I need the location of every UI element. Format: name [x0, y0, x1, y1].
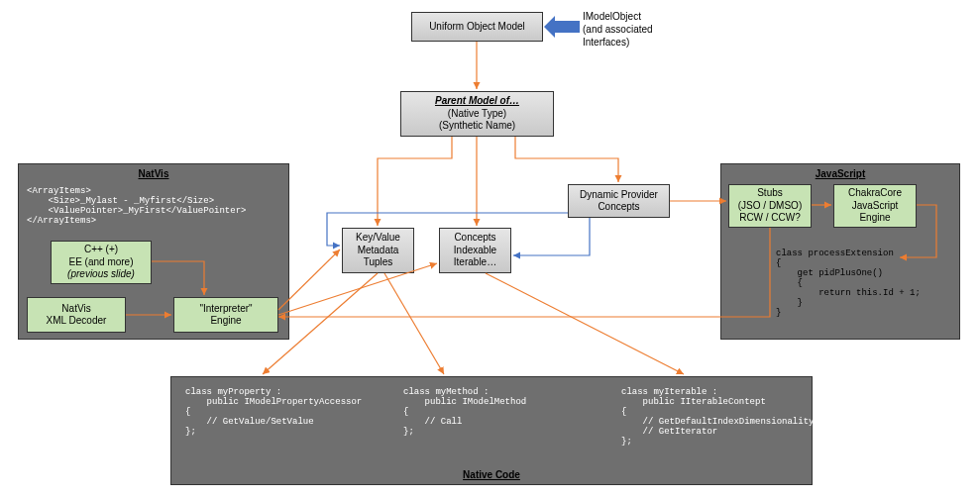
l1: Stubs: [757, 187, 783, 200]
dynamic-provider-box: Dynamic Provider Concepts: [568, 184, 670, 218]
native-code-panel: Native Code class myProperty : public IM…: [170, 376, 813, 485]
uniform-object-model-box: Uniform Object Model: [411, 12, 543, 42]
parent-model-box: Parent Model of… (Native Type) (Syntheti…: [400, 91, 554, 137]
l1: (Native Type): [448, 108, 506, 121]
l3: RCW / CCW?: [739, 212, 801, 225]
l1: Key/Value: [356, 232, 400, 245]
l2: XML Decoder: [47, 315, 107, 328]
l1: Concepts: [454, 232, 495, 245]
native-title: Native Code: [171, 469, 812, 480]
label: Uniform Object Model: [429, 21, 525, 34]
l1: Dynamic Provider: [580, 189, 658, 202]
l3: Iterable…: [454, 256, 496, 269]
js-title: JavaScript: [721, 168, 959, 179]
l2: EE (and more): [68, 256, 133, 269]
l2: Metadata: [358, 245, 399, 257]
l1: ChakraCore: [848, 187, 902, 200]
concepts-box: Concepts Indexable Iterable…: [439, 228, 511, 273]
native-method-code: class myMethod : public IModelMethod { /…: [403, 387, 526, 437]
chakracore-box: ChakraCore JavaScript Engine: [833, 184, 917, 228]
l3: Interfaces): [583, 36, 653, 49]
key-value-box: Key/Value Metadata Tuples: [342, 228, 414, 273]
natvis-title: NatVis: [19, 168, 288, 179]
natvis-xml-code: <ArrayItems> <Size>_Mylast - _Myfirst</S…: [27, 186, 246, 226]
svg-line-8: [384, 273, 444, 374]
l3: (previous slide): [67, 268, 135, 281]
l2: (and associated: [583, 23, 653, 36]
cpp-ee-box: C++ (+) EE (and more) (previous slide): [51, 241, 152, 284]
natvis-xml-decoder-box: NatVis XML Decoder: [27, 297, 126, 333]
stubs-box: Stubs (JSO / DMSO) RCW / CCW?: [728, 184, 812, 228]
l2: Concepts: [598, 201, 639, 214]
svg-line-9: [486, 273, 684, 374]
svg-marker-10: [544, 16, 580, 38]
title: Parent Model of…: [435, 95, 519, 108]
l2: JavaScript: [852, 200, 899, 213]
l2: Indexable: [454, 245, 496, 257]
l1: IModelObject: [583, 10, 653, 23]
l2: Engine: [210, 315, 241, 328]
l2: (Synthetic Name): [439, 120, 515, 133]
native-prop-code: class myProperty : public IModelProperty…: [185, 387, 362, 437]
l3: Tuples: [364, 256, 393, 269]
l2: (JSO / DMSO): [738, 200, 802, 213]
imodelobject-annotation: IModelObject (and associated Interfaces): [583, 10, 653, 49]
l1: NatVis: [61, 303, 90, 316]
interpreter-engine-box: "Interpreter" Engine: [173, 297, 278, 333]
js-code: class processExtension { get pidPlusOne(…: [776, 249, 921, 318]
l1: "Interpreter": [199, 303, 252, 316]
native-iter-code: class myIterable : public IIterableConte…: [621, 387, 814, 447]
l1: C++ (+): [84, 244, 118, 256]
l3: Engine: [859, 212, 890, 225]
